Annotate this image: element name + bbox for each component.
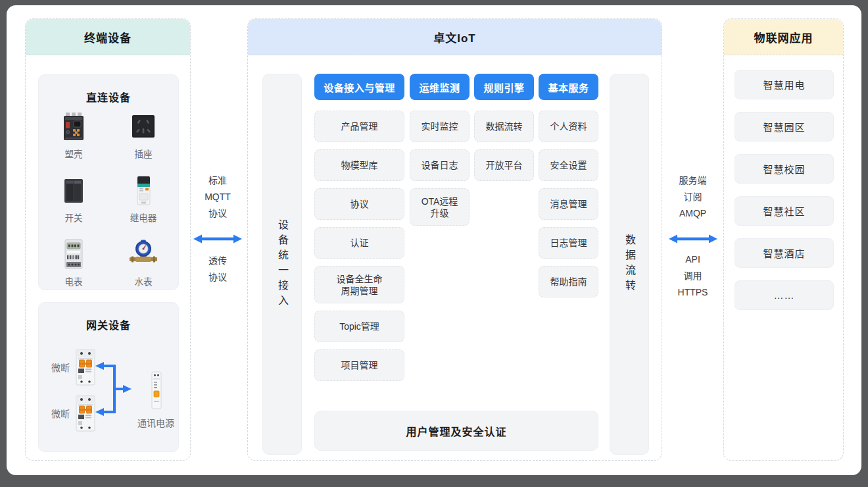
- device-label: 插座: [135, 147, 153, 160]
- left-connector-protocol-bottom: 透传 协议: [189, 253, 246, 286]
- double-arrow-icon: [668, 232, 718, 246]
- circuit-breaker-icon: [76, 349, 95, 386]
- device-label: 水表: [135, 274, 153, 288]
- iot-platform-panel: 卓文IoT 设备统一接入 数据流转 设备接入与管理 运维监测 规则引擎 基本服务…: [247, 18, 662, 461]
- module-label: 认证: [350, 237, 369, 249]
- gateway-devices-box: 网关设备 微断 微断: [38, 302, 179, 452]
- right-rail-data-flow: 数据流转: [610, 74, 649, 455]
- module-label: 协议: [350, 198, 369, 210]
- module-label: 物模型库: [341, 159, 378, 171]
- circuit-breaker-icon: [76, 395, 95, 432]
- module-item: 物模型库: [314, 149, 404, 181]
- breaker1-label: 微断: [47, 361, 74, 374]
- module-item: 设备全生命 周期管理: [314, 266, 404, 303]
- module-item: 数据流转: [474, 111, 534, 142]
- module-label: 数据流转: [486, 120, 523, 132]
- device-label: 继电器: [130, 211, 157, 224]
- device-relay: 继电器: [128, 174, 159, 224]
- breaker2-label: 微断: [47, 407, 74, 420]
- connector-line: 标准: [189, 172, 246, 189]
- module-label: 产品管理: [341, 120, 378, 132]
- double-arrow-icon: [193, 232, 243, 246]
- module-label: 周期管理: [341, 285, 378, 297]
- module-item: Topic管理: [314, 311, 404, 342]
- module-item: 帮助指南: [539, 266, 598, 297]
- iot-applications-header: 物联网应用: [724, 19, 843, 55]
- left-rail-label: 设备统一接入: [274, 219, 290, 310]
- comm-power-icon: [151, 371, 162, 410]
- module-label: 帮助指南: [550, 276, 587, 288]
- molded-case-breaker-icon: [58, 111, 89, 142]
- module-label: 安全设置: [550, 159, 587, 171]
- socket-icon: [128, 111, 159, 142]
- module-item: 开放平台: [474, 149, 534, 181]
- module-label: 设备全生命: [337, 273, 383, 285]
- app-item-more: ……: [735, 280, 834, 310]
- relay-icon: [128, 174, 159, 206]
- right-connector-protocol-bottom: API 调用 HTTPS: [664, 251, 721, 301]
- device-water-meter: 水表: [128, 238, 159, 288]
- direct-devices-grid: 塑壳 插座: [39, 111, 178, 288]
- module-item: 协议: [314, 188, 404, 220]
- module-label: 日志管理: [550, 237, 587, 249]
- comm-power-label: 通讯电源: [130, 416, 182, 429]
- switch-icon: [58, 174, 89, 206]
- device-molded-case: 塑壳: [58, 111, 89, 160]
- iot-applications-panel: 物联网应用 智慧用电 智慧园区 智慧校园 智慧社区 智慧酒店 ……: [723, 18, 844, 461]
- direct-devices-title: 直连设备: [39, 89, 178, 105]
- device-electric-meter: 电表: [58, 238, 89, 288]
- direct-devices-box: 直连设备: [38, 74, 179, 290]
- module-label: 开放平台: [486, 159, 523, 171]
- connector-line: 服务端: [664, 172, 721, 189]
- app-item-smart-hotel: 智慧酒店: [735, 238, 834, 268]
- module-label: 设备日志: [422, 159, 458, 171]
- module-item: 实时监控: [410, 111, 470, 142]
- connector-line: 调用: [664, 268, 721, 284]
- connector-line: 协议: [189, 269, 246, 286]
- module-label: 实时监控: [422, 120, 458, 132]
- electric-meter-icon: [58, 238, 89, 270]
- connector-line: 订阅: [664, 189, 721, 205]
- module-item: 消息管理: [539, 188, 598, 220]
- device-label: 开关: [65, 211, 83, 224]
- device-switch: 开关: [58, 174, 89, 224]
- app-item-smart-park: 智慧园区: [735, 112, 834, 141]
- category-button-basic-services: 基本服务: [539, 74, 598, 100]
- module-item: 设备日志: [410, 149, 470, 181]
- device-socket: 插座: [128, 111, 159, 160]
- iot-platform-header: 卓文IoT: [248, 19, 662, 55]
- device-label: 电表: [65, 274, 83, 288]
- gateway-devices-title: 网关设备: [39, 317, 178, 332]
- app-item-smart-power: 智慧用电: [735, 70, 834, 99]
- app-item-smart-community: 智慧社区: [735, 196, 834, 226]
- module-item: 项目管理: [314, 349, 404, 381]
- terminal-devices-header: 终端设备: [26, 19, 190, 55]
- iot-platform-title: 卓文IoT: [433, 29, 476, 45]
- module-label: 个人资料: [550, 120, 587, 132]
- terminal-devices-title: 终端设备: [84, 29, 132, 45]
- connector-line: AMQP: [664, 205, 721, 222]
- module-item: 产品管理: [314, 111, 404, 142]
- module-label: 升级: [431, 207, 449, 219]
- module-label: Topic管理: [339, 320, 379, 332]
- module-label: OTA远程: [422, 195, 458, 207]
- connector-line: 透传: [189, 253, 246, 269]
- category-button-device-access: 设备接入与管理: [314, 74, 404, 100]
- category-button-ops-monitoring: 运维监测: [410, 74, 470, 100]
- app-item-smart-campus: 智慧校园: [735, 154, 834, 184]
- connector-line: 协议: [189, 205, 246, 222]
- module-label: 项目管理: [341, 359, 378, 371]
- left-rail-device-unified-access: 设备统一接入: [262, 74, 302, 455]
- left-connector-protocol-top: 标准 MQTT 协议: [189, 172, 246, 222]
- module-item: 个人资料: [539, 111, 598, 142]
- right-rail-label: 数据流转: [621, 234, 637, 295]
- connector-line: MQTT: [189, 189, 246, 205]
- module-item: OTA远程 升级: [410, 188, 470, 226]
- connector-line: HTTPS: [664, 284, 721, 301]
- module-item: 日志管理: [539, 227, 598, 259]
- right-connector-protocol-top: 服务端 订阅 AMQP: [664, 172, 721, 222]
- module-item: 认证: [314, 227, 404, 259]
- terminal-devices-panel: 终端设备 直连设备: [25, 18, 191, 461]
- category-button-rules-engine: 规则引擎: [474, 74, 534, 100]
- iot-applications-title: 物联网应用: [754, 29, 813, 45]
